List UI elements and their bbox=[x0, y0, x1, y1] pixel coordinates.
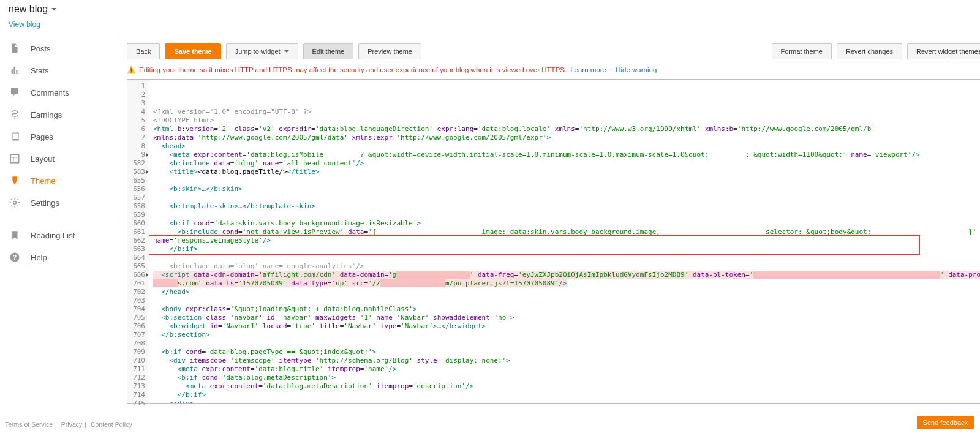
sidebar-item-comments[interactable]: Comments bbox=[0, 81, 119, 104]
sidebar-item-help[interactable]: ?Help bbox=[0, 246, 119, 268]
pages-icon bbox=[9, 130, 21, 143]
svg-text:?: ? bbox=[13, 254, 17, 261]
sidebar-item-label: Pages bbox=[31, 132, 53, 141]
learn-more-link[interactable]: Learn more bbox=[570, 66, 606, 73]
divider bbox=[0, 219, 119, 219]
https-warning: ⚠️ Editing your theme so it mixes HTTP a… bbox=[127, 64, 980, 79]
warning-text: Editing your theme so it mixes HTTP and … bbox=[139, 66, 567, 73]
revert-changes-button[interactable]: Revert changes bbox=[837, 43, 902, 59]
layout-icon bbox=[9, 152, 21, 165]
earnings-icon bbox=[9, 108, 21, 121]
sidebar-item-reading-list[interactable]: Reading List bbox=[0, 224, 119, 246]
sidebar-item-label: Help bbox=[31, 253, 47, 262]
sidebar-item-label: Layout bbox=[31, 154, 55, 164]
revert-widgets-button[interactable]: Revert widget themes to default bbox=[907, 43, 980, 59]
line-number-gutter: 1234567895825836556566576586596606616626… bbox=[127, 80, 149, 403]
sidebar-item-label: Reading List bbox=[31, 231, 75, 240]
svg-rect-0 bbox=[10, 154, 19, 163]
sidebar-item-label: Earnings bbox=[31, 110, 62, 119]
reading-list-icon bbox=[9, 229, 21, 241]
sidebar-item-label: Stats bbox=[31, 66, 49, 75]
stats-icon bbox=[9, 64, 21, 77]
svg-point-1 bbox=[13, 201, 17, 205]
sidebar-item-layout[interactable]: Layout bbox=[0, 148, 119, 170]
sidebar-item-posts[interactable]: Posts bbox=[0, 37, 119, 59]
code-editor[interactable]: 1234567895825836556566576586596606616626… bbox=[127, 79, 980, 404]
sidebar-item-label: Comments bbox=[31, 88, 69, 97]
settings-icon bbox=[9, 197, 21, 209]
back-button[interactable]: Back bbox=[127, 43, 160, 59]
sidebar-item-label: Settings bbox=[31, 198, 59, 208]
help-icon: ? bbox=[9, 251, 21, 263]
comments-icon bbox=[9, 86, 21, 99]
sidebar-item-pages[interactable]: Pages bbox=[0, 126, 119, 148]
code-content[interactable]: <?xml version="1.0" encoding="UTF-8" ?><… bbox=[149, 80, 980, 403]
sidebar: PostsStatsCommentsEarningsPagesLayoutThe… bbox=[0, 35, 119, 407]
hide-warning-link[interactable]: Hide warning bbox=[616, 66, 657, 73]
blog-selector[interactable]: new blog bbox=[9, 4, 56, 15]
preview-theme-button[interactable]: Preview theme bbox=[358, 43, 421, 59]
edit-theme-button[interactable]: Edit theme bbox=[303, 43, 354, 59]
sidebar-item-settings[interactable]: Settings bbox=[0, 192, 119, 214]
jump-to-widget-button[interactable]: Jump to widget bbox=[226, 43, 298, 59]
save-theme-button[interactable]: Save theme bbox=[165, 43, 221, 59]
theme-icon bbox=[9, 175, 21, 187]
sidebar-item-earnings[interactable]: Earnings bbox=[0, 104, 119, 126]
sidebar-item-label: Theme bbox=[31, 176, 55, 186]
toolbar: Back Save theme Jump to widget Edit them… bbox=[127, 39, 980, 64]
warning-icon: ⚠️ bbox=[127, 66, 135, 74]
view-blog-link[interactable]: View blog bbox=[9, 20, 40, 29]
sidebar-item-theme[interactable]: Theme bbox=[0, 170, 119, 192]
sidebar-item-label: Posts bbox=[31, 44, 51, 53]
sidebar-item-stats[interactable]: Stats bbox=[0, 59, 119, 81]
format-theme-button[interactable]: Format theme bbox=[772, 43, 832, 59]
posts-icon bbox=[9, 42, 21, 55]
